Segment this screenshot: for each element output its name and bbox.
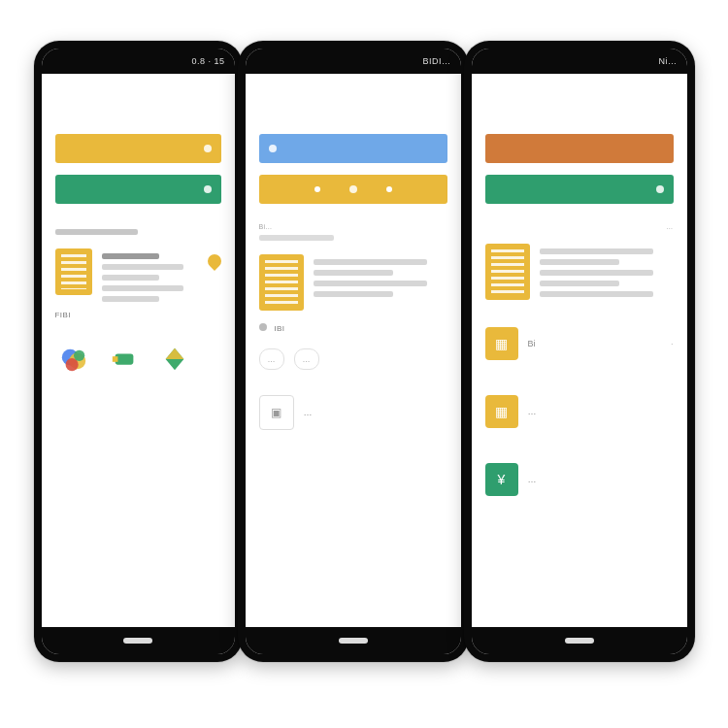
dot-icon (314, 186, 320, 192)
banner-primary[interactable] (55, 134, 221, 163)
header-text: Bi… (259, 223, 447, 230)
phone-frame-1: 0.8 · 15 (34, 41, 243, 662)
heading-skeleton (55, 229, 139, 235)
document-section (55, 248, 221, 307)
status-text: BIDI… (422, 56, 450, 66)
app-icon[interactable] (110, 345, 139, 374)
dot-icon (386, 186, 392, 192)
home-indicator-icon[interactable] (339, 638, 368, 644)
status-bar: Ni… (472, 49, 687, 74)
app-icon[interactable] (59, 345, 88, 374)
list-item[interactable]: ▣ … (259, 395, 447, 430)
text-line (314, 259, 427, 265)
dot-icon (204, 145, 212, 152)
home-indicator-icon[interactable] (565, 638, 594, 644)
document-thumb-icon[interactable] (259, 254, 304, 311)
header-text: … (485, 223, 674, 230)
status-bar: BIDI… (246, 49, 461, 74)
document-section (485, 244, 674, 302)
svg-point-3 (74, 350, 84, 361)
item-label: … (304, 408, 313, 417)
meta-row: IBI (259, 320, 447, 333)
text-line (540, 248, 653, 254)
tile-list: ▦ Bi · ▦ … ¥ … (485, 315, 674, 508)
svg-rect-5 (112, 356, 117, 362)
tile-icon: ¥ (485, 463, 518, 496)
content-area: … ▦ Bi · (472, 74, 687, 627)
status-text: Ni… (659, 56, 678, 66)
tile-label: … (528, 475, 537, 484)
text-line (540, 270, 653, 276)
status-bar: 0.8 · 15 (42, 49, 235, 74)
nav-bar (472, 627, 687, 654)
text-line (259, 235, 335, 241)
list-item[interactable]: ▦ Bi · (485, 327, 674, 360)
document-thumb-icon[interactable] (485, 244, 530, 300)
tile-label: … (528, 407, 537, 416)
dot-icon (349, 185, 357, 193)
banner-primary[interactable] (485, 134, 674, 163)
app-icon[interactable] (160, 345, 189, 374)
text-line (314, 270, 394, 276)
status-text: 0.8 · 15 (191, 56, 224, 66)
banner-secondary[interactable] (55, 175, 221, 204)
chip-row: … … (259, 348, 447, 370)
dot-icon (269, 145, 277, 152)
nav-bar (42, 627, 235, 654)
map-pin-icon[interactable] (205, 251, 224, 271)
phone-frame-2: BIDI… Bi… (238, 41, 469, 662)
text-line (102, 264, 183, 270)
nav-bar (246, 627, 461, 654)
banner-secondary[interactable] (259, 175, 447, 204)
screen-2: BIDI… Bi… (246, 49, 461, 654)
text-line (540, 281, 620, 286)
text-line (102, 296, 159, 302)
banner-primary[interactable] (259, 134, 447, 163)
tile-meta: · (671, 341, 673, 347)
text-line (102, 275, 159, 281)
content-area: FIBI (42, 74, 235, 627)
filter-chip[interactable]: … (294, 348, 319, 370)
home-indicator-icon[interactable] (123, 638, 152, 644)
bullet-icon (259, 323, 267, 331)
filter-chip[interactable]: … (259, 348, 284, 370)
list-item[interactable]: ▦ … (485, 395, 674, 428)
screen-1: 0.8 · 15 (42, 49, 235, 654)
caption: FIBI (55, 311, 221, 319)
banner-secondary[interactable] (485, 175, 674, 204)
item-icon: ▣ (259, 395, 294, 430)
document-section (259, 254, 447, 311)
content-area: Bi… IBI … … (246, 74, 461, 627)
text-line (102, 285, 183, 291)
dot-icon (204, 185, 212, 193)
text-line (540, 291, 653, 297)
tile-icon: ▦ (485, 327, 518, 360)
document-thumb-icon[interactable] (55, 248, 92, 295)
text-line (102, 253, 159, 259)
text-line (540, 259, 620, 265)
dot-icon (656, 185, 664, 193)
app-icon-row (55, 345, 221, 374)
screen-3: Ni… … (472, 49, 687, 654)
caption: IBI (275, 324, 285, 333)
text-line (314, 291, 394, 297)
tile-icon: ▦ (485, 395, 518, 428)
tile-label: Bi (528, 339, 536, 348)
list-item[interactable]: ¥ … (485, 463, 674, 496)
phone-frame-3: Ni… … (464, 41, 695, 662)
text-line (314, 281, 427, 286)
